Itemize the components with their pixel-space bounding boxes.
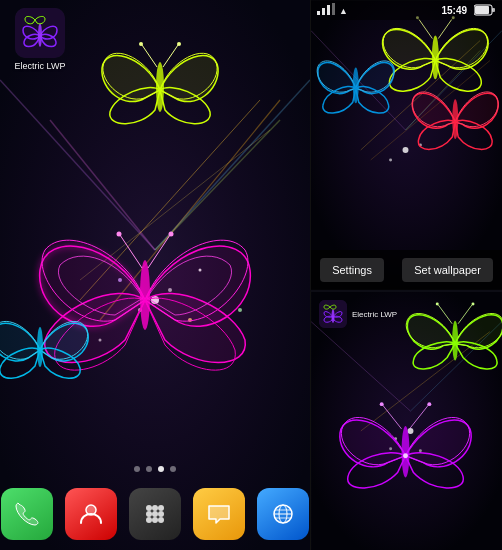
bottom-right-screenshot: Electric LWP bbox=[310, 290, 502, 550]
svg-point-11 bbox=[188, 318, 192, 322]
app-icon-container: Electric LWP bbox=[10, 8, 70, 71]
svg-point-13 bbox=[199, 269, 202, 272]
svg-line-2 bbox=[155, 80, 310, 250]
svg-point-36 bbox=[146, 517, 152, 523]
svg-point-15 bbox=[238, 308, 242, 312]
svg-line-6 bbox=[80, 130, 270, 280]
svg-point-33 bbox=[146, 511, 152, 517]
svg-point-52 bbox=[389, 158, 392, 161]
svg-point-12 bbox=[118, 278, 122, 282]
svg-rect-62 bbox=[322, 8, 325, 15]
top-right-screenshot: ▲ 15:49 Settings Set wallpaper bbox=[310, 0, 502, 290]
right-column: ▲ 15:49 Settings Set wallpaper bbox=[310, 0, 502, 550]
svg-point-37 bbox=[152, 517, 158, 523]
page-dot-3 bbox=[158, 466, 164, 472]
svg-point-90 bbox=[332, 309, 335, 323]
svg-line-7 bbox=[100, 100, 280, 320]
svg-point-23 bbox=[139, 42, 143, 46]
svg-line-24 bbox=[163, 45, 178, 67]
svg-point-78 bbox=[436, 302, 439, 305]
bottom-right-app-name: Electric LWP bbox=[352, 310, 397, 319]
page-indicators bbox=[0, 466, 310, 472]
svg-point-74 bbox=[407, 428, 413, 434]
svg-point-28 bbox=[38, 23, 42, 47]
svg-line-19 bbox=[148, 235, 170, 268]
svg-rect-64 bbox=[332, 3, 335, 15]
dock-browser-icon[interactable] bbox=[257, 488, 309, 540]
svg-point-18 bbox=[117, 232, 122, 237]
dock-apps-icon[interactable] bbox=[129, 488, 181, 540]
bottom-buttons: Settings Set wallpaper bbox=[311, 250, 502, 290]
svg-point-34 bbox=[152, 511, 158, 517]
svg-line-4 bbox=[50, 120, 155, 250]
svg-line-22 bbox=[142, 45, 157, 67]
dock-phone-icon[interactable] bbox=[1, 488, 53, 540]
page-dot-2 bbox=[146, 466, 152, 472]
svg-point-87 bbox=[389, 447, 392, 450]
svg-point-83 bbox=[380, 402, 384, 406]
svg-point-35 bbox=[158, 511, 164, 517]
status-time: 15:49 bbox=[441, 5, 467, 16]
svg-point-86 bbox=[403, 453, 408, 458]
svg-point-32 bbox=[158, 505, 164, 511]
svg-point-38 bbox=[158, 517, 164, 523]
svg-point-26 bbox=[37, 327, 43, 367]
svg-point-14 bbox=[99, 339, 102, 342]
status-bar: ▲ 15:49 bbox=[311, 0, 502, 20]
svg-point-51 bbox=[403, 147, 409, 153]
bottom-dock bbox=[0, 488, 310, 540]
svg-point-9 bbox=[138, 308, 142, 312]
svg-point-10 bbox=[168, 288, 172, 292]
svg-point-16 bbox=[140, 260, 150, 330]
svg-point-25 bbox=[177, 42, 181, 46]
set-wallpaper-button[interactable]: Set wallpaper bbox=[402, 258, 493, 282]
svg-rect-67 bbox=[475, 6, 489, 14]
page-dot-1 bbox=[134, 466, 140, 472]
bottom-right-app-icon: Electric LWP bbox=[319, 300, 397, 328]
dock-contacts-icon[interactable] bbox=[65, 488, 117, 540]
app-name-label: Electric LWP bbox=[15, 61, 66, 71]
main-screenshot: Electric LWP bbox=[0, 0, 310, 550]
svg-point-8 bbox=[151, 296, 159, 304]
svg-line-1 bbox=[0, 80, 155, 250]
svg-point-31 bbox=[152, 505, 158, 511]
svg-point-85 bbox=[427, 402, 431, 406]
svg-point-88 bbox=[419, 449, 422, 452]
svg-rect-61 bbox=[317, 11, 320, 15]
dock-messages-icon[interactable] bbox=[193, 488, 245, 540]
svg-point-80 bbox=[471, 302, 474, 305]
svg-line-17 bbox=[120, 235, 142, 268]
svg-rect-68 bbox=[492, 8, 495, 12]
svg-point-20 bbox=[169, 232, 174, 237]
svg-point-30 bbox=[146, 505, 152, 511]
bottom-right-app-icon-img bbox=[319, 300, 347, 328]
svg-line-5 bbox=[80, 100, 260, 300]
svg-point-21 bbox=[156, 62, 164, 112]
svg-text:▲: ▲ bbox=[339, 6, 348, 16]
app-icon bbox=[15, 8, 65, 58]
svg-line-3 bbox=[155, 120, 280, 250]
settings-button[interactable]: Settings bbox=[320, 258, 384, 282]
page-dot-4 bbox=[170, 466, 176, 472]
svg-rect-63 bbox=[327, 5, 330, 15]
